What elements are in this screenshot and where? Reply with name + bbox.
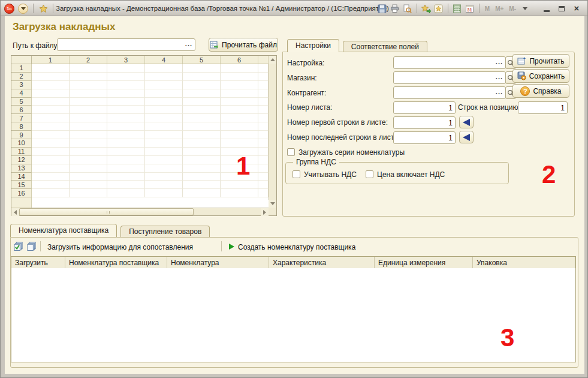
grid-cell[interactable] — [183, 64, 221, 73]
grid-cell[interactable] — [221, 139, 258, 148]
grid-cell[interactable] — [221, 122, 258, 131]
grid-cell[interactable] — [145, 98, 183, 106]
grid-cell[interactable] — [221, 98, 258, 106]
grid-cell[interactable] — [145, 139, 183, 148]
grid-row-header[interactable]: 6 — [11, 106, 32, 114]
read-settings-button[interactable]: Прочитать — [512, 54, 569, 68]
grid-cell[interactable] — [107, 164, 145, 173]
grid-cell[interactable] — [145, 114, 183, 122]
grid-cell[interactable] — [107, 98, 145, 106]
grid-cell[interactable] — [107, 106, 145, 114]
grid-cell[interactable] — [221, 64, 258, 73]
grid-cell[interactable] — [183, 106, 221, 114]
grid-cell[interactable] — [32, 98, 70, 106]
grid-cell[interactable] — [107, 73, 145, 81]
first-row-pick-button[interactable] — [459, 116, 474, 128]
supplier-table-column-5[interactable]: Упаковка — [473, 257, 575, 268]
grid-cell[interactable] — [145, 181, 183, 189]
last-row-input[interactable]: 1 — [393, 131, 456, 144]
sheet-number-input[interactable]: 1 — [393, 101, 456, 114]
grid-cell[interactable] — [32, 122, 70, 131]
grid-cell[interactable] — [145, 164, 183, 173]
grid-cell[interactable] — [70, 106, 107, 114]
grid-row-header[interactable]: 10 — [11, 139, 32, 148]
grid-column-header[interactable]: 3 — [107, 56, 145, 64]
grid-cell[interactable] — [107, 114, 145, 122]
file-browse-button[interactable]: ... — [184, 40, 195, 49]
memory-m-button[interactable]: M — [484, 5, 491, 12]
add-to-favorites-icon[interactable] — [434, 4, 444, 13]
grid-cell[interactable] — [145, 81, 183, 89]
load-series-checkbox[interactable] — [287, 148, 295, 156]
grid-cell[interactable] — [221, 114, 258, 122]
grid-cell[interactable] — [107, 122, 145, 131]
grid-row-header[interactable]: 2 — [11, 73, 32, 81]
grid-cell[interactable] — [107, 173, 145, 181]
grid-cell[interactable] — [145, 106, 183, 114]
calendar-icon[interactable]: 31 — [465, 4, 475, 13]
grid-cell[interactable] — [70, 164, 107, 173]
grid-row-header[interactable]: 8 — [11, 122, 32, 131]
grid-cell[interactable] — [183, 73, 221, 81]
last-row-pick-button[interactable] — [459, 131, 474, 143]
grid-cell[interactable] — [32, 139, 70, 148]
grid-cell[interactable] — [145, 173, 183, 181]
grid-cell[interactable] — [145, 189, 183, 197]
price-includes-vat-checkbox[interactable] — [366, 170, 373, 178]
grid-row-header[interactable]: 12 — [11, 156, 32, 164]
grid-cell[interactable] — [107, 139, 145, 148]
scroll-up-button[interactable] — [269, 56, 276, 64]
go-to-favorites-icon[interactable] — [421, 4, 431, 13]
minimize-button[interactable] — [541, 3, 553, 14]
grid-cell[interactable] — [70, 139, 107, 148]
grid-cell[interactable] — [32, 114, 70, 122]
supplier-table-column-0[interactable]: Загрузить — [11, 257, 65, 268]
main-menu-button[interactable] — [18, 4, 28, 14]
grid-cell[interactable] — [70, 114, 107, 122]
rows-per-position-input[interactable]: 1 — [518, 101, 568, 114]
grid-cell[interactable] — [221, 131, 258, 139]
grid-cell[interactable] — [221, 189, 258, 197]
check-all-icon[interactable] — [14, 241, 23, 251]
grid-cell[interactable] — [183, 131, 221, 139]
grid-cell[interactable] — [70, 148, 107, 156]
toolbar-overflow-button[interactable] — [520, 4, 530, 13]
scroll-down-button[interactable] — [269, 200, 276, 208]
grid-cell[interactable] — [183, 189, 221, 197]
grid-cell[interactable] — [70, 131, 107, 139]
grid-cell[interactable] — [32, 106, 70, 114]
grid-cell[interactable] — [183, 122, 221, 131]
print-preview-icon[interactable] — [403, 4, 412, 13]
grid-cell[interactable] — [145, 64, 183, 73]
setting-choose-button[interactable]: ... — [494, 58, 505, 67]
uncheck-all-icon[interactable] — [27, 241, 37, 251]
grid-cell[interactable] — [70, 156, 107, 164]
file-path-input[interactable]: ... — [57, 38, 195, 51]
create-supplier-item-button[interactable]: Создать номенклатуру поставщика — [238, 243, 355, 251]
grid-cell[interactable] — [32, 81, 70, 89]
grid-row-header[interactable]: 7 — [11, 114, 32, 122]
grid-cell[interactable] — [32, 156, 70, 164]
save-icon[interactable] — [378, 4, 387, 13]
grid-cell[interactable] — [70, 81, 107, 89]
grid-column-header[interactable]: 6 — [221, 56, 258, 64]
supplier-table-body[interactable] — [11, 268, 576, 362]
grid-cell[interactable] — [183, 89, 221, 98]
grid-cell[interactable] — [221, 73, 258, 81]
grid-row-header[interactable]: 9 — [11, 131, 32, 139]
contractor-choose-button[interactable]: ... — [494, 88, 505, 97]
grid-cell[interactable] — [183, 181, 221, 189]
grid-cell[interactable] — [107, 64, 145, 73]
grid-column-header[interactable]: 2 — [70, 56, 107, 64]
grid-cell[interactable] — [70, 73, 107, 81]
grid-cell[interactable] — [183, 81, 221, 89]
grid-cell[interactable] — [107, 189, 145, 197]
grid-cell[interactable] — [183, 164, 221, 173]
grid-cell[interactable] — [70, 89, 107, 98]
grid-column-header[interactable]: 1 — [32, 56, 70, 64]
grid-cell[interactable] — [32, 73, 70, 81]
grid-column-header[interactable]: 4 — [145, 56, 183, 64]
grid-cell[interactable] — [32, 181, 70, 189]
grid-cell[interactable] — [70, 181, 107, 189]
maximize-button[interactable] — [556, 3, 568, 14]
